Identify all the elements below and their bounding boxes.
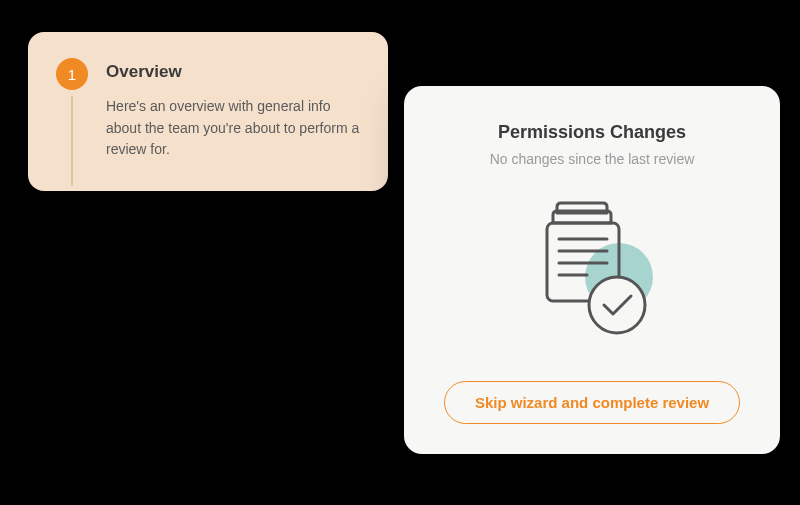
overview-description: Here's an overview with general info abo… [106,96,360,161]
step-connector-line [71,96,73,186]
step-number-badge: 1 [56,58,88,90]
overview-header: 1 Overview Here's an overview with gener… [56,58,360,161]
document-check-icon [507,195,677,345]
no-changes-illustration [507,195,677,345]
skip-wizard-button[interactable]: Skip wizard and complete review [444,381,740,424]
overview-card: 1 Overview Here's an overview with gener… [28,32,388,191]
permissions-title: Permissions Changes [434,122,750,143]
permissions-changes-card: Permissions Changes No changes since the… [404,86,780,454]
overview-content: Overview Here's an overview with general… [106,58,360,161]
permissions-subtitle: No changes since the last review [434,151,750,167]
step-number: 1 [68,66,76,83]
overview-title: Overview [106,62,360,82]
